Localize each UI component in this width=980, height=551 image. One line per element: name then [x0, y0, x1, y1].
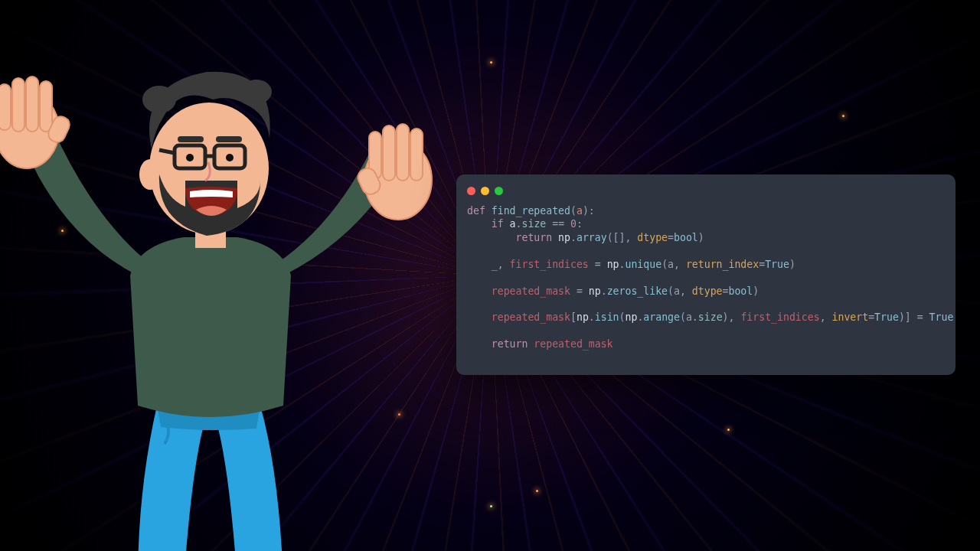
close-icon[interactable] — [467, 187, 475, 195]
svg-point-15 — [241, 80, 272, 104]
zoom-icon[interactable] — [495, 187, 503, 195]
code-window: def find_repeated(a): if a.size == 0: re… — [456, 174, 956, 375]
svg-rect-2 — [12, 78, 24, 132]
stage: def find_repeated(a): if a.size == 0: re… — [0, 0, 980, 551]
cartoon-character — [0, 46, 444, 551]
svg-rect-24 — [216, 136, 242, 142]
svg-rect-3 — [26, 77, 38, 132]
svg-rect-23 — [178, 136, 204, 142]
svg-rect-4 — [40, 81, 52, 132]
svg-point-16 — [139, 159, 161, 190]
svg-point-22 — [226, 154, 234, 161]
window-traffic-lights — [467, 187, 945, 195]
svg-point-21 — [186, 154, 194, 161]
minimize-icon[interactable] — [481, 187, 489, 195]
svg-rect-10 — [410, 129, 423, 181]
svg-rect-9 — [397, 124, 409, 181]
svg-rect-1 — [0, 84, 11, 130]
code-snippet: def find_repeated(a): if a.size == 0: re… — [467, 204, 945, 351]
svg-point-14 — [142, 86, 176, 113]
svg-rect-8 — [383, 126, 395, 181]
